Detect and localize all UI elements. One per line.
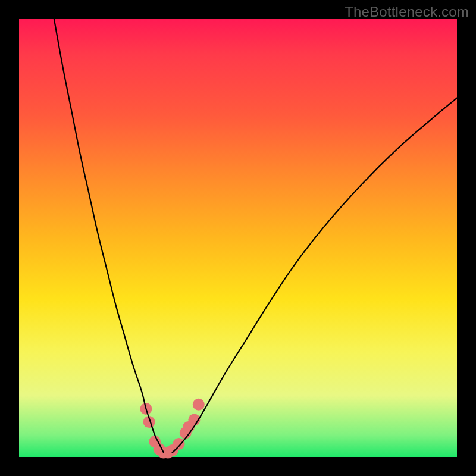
plot-area xyxy=(19,19,457,457)
watermark-label: TheBottleneck.com xyxy=(345,4,469,20)
right-curve xyxy=(173,98,457,453)
curves-svg xyxy=(19,19,457,457)
curve-marker xyxy=(193,399,205,411)
chart-outer: TheBottleneck.com xyxy=(0,0,476,476)
left-curve xyxy=(54,19,164,453)
curve-marker xyxy=(173,438,185,450)
markers-group xyxy=(140,399,204,459)
